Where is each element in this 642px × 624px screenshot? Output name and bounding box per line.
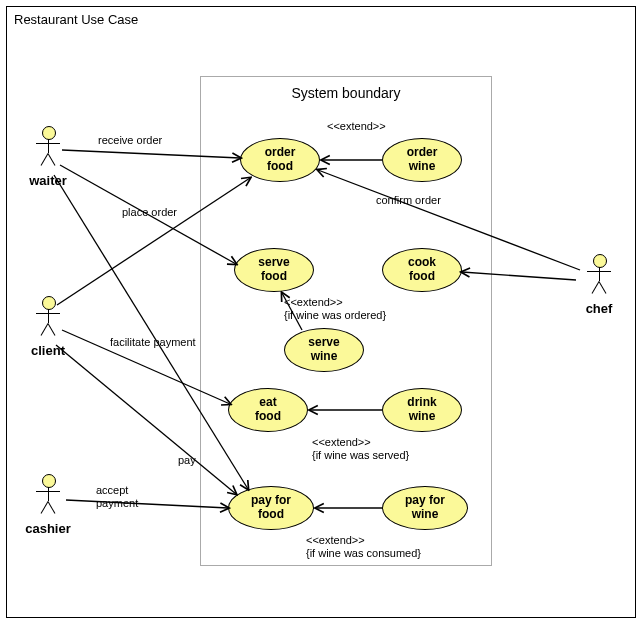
edge-label-accept-payment: accept payment — [96, 484, 138, 509]
usecase-serve-wine: serve wine — [284, 328, 364, 372]
actor-cashier: cashier — [23, 474, 73, 536]
actor-waiter: waiter — [23, 126, 73, 188]
usecase-pay-for-wine: pay for wine — [382, 486, 468, 530]
edge-label-facilitate-payment: facilitate payment — [110, 336, 196, 349]
diagram-canvas: Restaurant Use Case System boundary wait… — [0, 0, 642, 624]
edge-label-extend-4: <<extend>> {if wine was consumed} — [306, 534, 421, 559]
stick-figure-icon — [33, 474, 63, 520]
edge-label-confirm-order: confirm order — [376, 194, 441, 207]
stick-figure-icon — [33, 126, 63, 172]
actor-cashier-label: cashier — [23, 521, 73, 536]
actor-chef-label: chef — [574, 301, 624, 316]
edge-label-extend-2: <<extend>> {if wine was ordered} — [284, 296, 386, 321]
actor-client-label: client — [23, 343, 73, 358]
usecase-eat-food: eat food — [228, 388, 308, 432]
edge-label-pay: pay — [178, 454, 196, 467]
edge-label-receive-order: receive order — [98, 134, 162, 147]
usecase-serve-food: serve food — [234, 248, 314, 292]
usecase-pay-for-food: pay for food — [228, 486, 314, 530]
actor-waiter-label: waiter — [23, 173, 73, 188]
actor-chef: chef — [574, 254, 624, 316]
diagram-title: Restaurant Use Case — [14, 12, 138, 27]
edge-label-place-order: place order — [122, 206, 177, 219]
usecase-cook-food: cook food — [382, 248, 462, 292]
system-boundary-label: System boundary — [201, 85, 491, 101]
usecase-order-wine: order wine — [382, 138, 462, 182]
stick-figure-icon — [33, 296, 63, 342]
usecase-order-food: order food — [240, 138, 320, 182]
edge-label-extend-1: <<extend>> — [327, 120, 386, 133]
stick-figure-icon — [584, 254, 614, 300]
actor-client: client — [23, 296, 73, 358]
edge-label-extend-3: <<extend>> {if wine was served} — [312, 436, 409, 461]
usecase-drink-wine: drink wine — [382, 388, 462, 432]
